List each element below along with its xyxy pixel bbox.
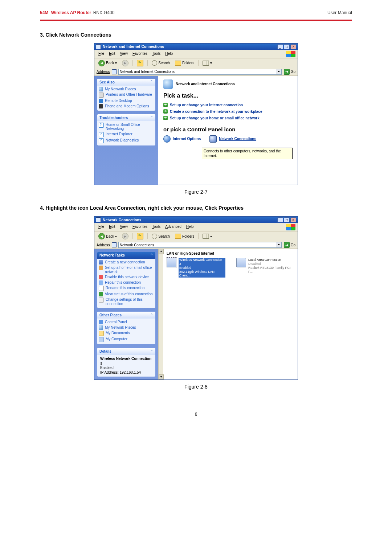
other-places-item[interactable]: My Documents <box>99 331 154 336</box>
forward-button[interactable]: ► <box>120 232 130 240</box>
task-item[interactable]: ➜Set up or change your Internet connecti… <box>163 103 293 107</box>
menu-help[interactable]: Help <box>184 224 196 230</box>
network-task-item[interactable]: Change settings of this connection <box>99 297 154 306</box>
see-also-item[interactable]: Remote Desktop <box>99 99 154 103</box>
troubleshooters-header[interactable]: Troubleshooters⌃ <box>97 114 155 121</box>
details-status: Enabled <box>100 366 152 370</box>
connection-name: Local Area Connection <box>248 258 294 262</box>
menu-view[interactable]: View <box>118 224 130 230</box>
printer-icon <box>99 93 104 98</box>
menu-edit[interactable]: Edit <box>107 224 117 230</box>
close-button[interactable]: × <box>290 217 296 222</box>
menu-edit[interactable]: Edit <box>107 51 117 57</box>
connection-item-selected[interactable]: Wireless Network Connection 3 Enabled 80… <box>167 258 225 278</box>
network-task-item[interactable]: Create a new connection <box>99 260 154 264</box>
maximize-button[interactable]: □ <box>284 44 290 49</box>
my-computer-icon <box>99 337 104 342</box>
close-button[interactable]: × <box>290 44 296 49</box>
chevron-up-icon: ⌃ <box>150 313 153 317</box>
chevron-down-icon: ▾ <box>115 61 117 65</box>
menu-tools[interactable]: Tools <box>150 51 162 57</box>
window-title: Network and Internet Connections <box>103 44 164 49</box>
up-button[interactable] <box>135 59 145 67</box>
product-a: 54M <box>40 10 48 15</box>
see-also-item[interactable]: My Network Places <box>99 87 154 91</box>
task-arrow-icon: ➜ <box>163 109 168 114</box>
search-button[interactable]: Search <box>150 59 172 66</box>
title-bar[interactable]: Network Connections _ □ × <box>94 217 298 223</box>
go-button[interactable]: ➜Go <box>284 69 295 75</box>
wireless-connection-icon <box>167 258 176 267</box>
back-button[interactable]: ◄Back ▾ <box>97 232 119 240</box>
other-places-item[interactable]: Control Panel <box>99 320 154 324</box>
network-task-item[interactable]: Rename this connection <box>99 286 154 291</box>
folders-button[interactable]: Folders <box>173 233 196 239</box>
side-panel: See Also⌃ My Network Places Printers and… <box>94 76 158 185</box>
connection-item[interactable]: Local Area Connection Disabled Realtek R… <box>236 258 294 278</box>
task-item[interactable]: ➜Set up or change your home or small off… <box>163 116 293 120</box>
category-title: Network and Internet Connections <box>176 82 235 86</box>
folders-button[interactable]: Folders <box>173 60 196 66</box>
up-button[interactable] <box>135 232 145 240</box>
views-button[interactable]: ▾ <box>201 233 214 239</box>
network-task-item[interactable]: View status of this connection <box>99 292 154 296</box>
network-tasks-header[interactable]: Network Tasks⌃ <box>97 252 155 259</box>
address-input[interactable] <box>118 242 276 248</box>
address-input[interactable] <box>118 69 276 75</box>
other-places-header[interactable]: Other Places⌃ <box>97 312 155 319</box>
address-dropdown[interactable] <box>276 69 282 75</box>
minimize-button[interactable]: _ <box>277 44 283 49</box>
menu-view[interactable]: View <box>118 51 130 57</box>
folder-icon <box>175 234 181 239</box>
other-places-item[interactable]: My Computer <box>99 337 154 342</box>
address-dropdown[interactable] <box>276 242 282 248</box>
troubleshooters-item[interactable]: Network Diagnostics <box>99 138 154 143</box>
connections-view: LAN or High-Speed Internet Wireless Netw… <box>163 249 298 379</box>
menu-advanced[interactable]: Advanced <box>163 224 183 230</box>
scrollbar[interactable]: ▲ ▼ <box>158 249 163 379</box>
task-arrow-icon: ➜ <box>163 103 168 107</box>
troubleshooters-panel: Troubleshooters⌃ Home or Small Office Ne… <box>97 114 155 145</box>
views-button[interactable]: ▾ <box>201 60 214 66</box>
task-item[interactable]: ➜Create a connection to the network at y… <box>163 109 293 114</box>
status-tooltip: Connects to other computers, networks, a… <box>202 148 293 159</box>
see-also-item[interactable]: Phone and Modem Options <box>99 104 154 108</box>
internet-options-item[interactable]: Internet Options <box>163 135 201 143</box>
menu-tools[interactable]: Tools <box>150 224 162 230</box>
wizard-icon <box>99 266 103 270</box>
network-task-item[interactable]: Disable this network device <box>99 275 154 279</box>
search-button[interactable]: Search <box>150 233 172 240</box>
network-task-item[interactable]: Set up a home or small office network <box>99 266 154 274</box>
connection-status: Disabled <box>248 262 294 266</box>
menu-favorites[interactable]: Favorites <box>131 51 149 57</box>
page-number: 6 <box>40 412 352 418</box>
scroll-down-button[interactable]: ▼ <box>159 374 164 379</box>
control-panel-icon <box>99 320 103 324</box>
title-bar[interactable]: Network and Internet Connections _ □ × <box>94 44 298 50</box>
see-also-header[interactable]: See Also⌃ <box>97 79 155 86</box>
other-places-panel: Other Places⌃ Control Panel My Network P… <box>97 312 155 344</box>
menu-file[interactable]: File <box>97 51 106 57</box>
connection-device: 802.11g/b Wireless LAN Client... <box>179 270 225 278</box>
other-places-item[interactable]: My Network Places <box>99 325 154 330</box>
troubleshooters-item[interactable]: Home or Small Office Networking <box>99 123 154 131</box>
see-also-item[interactable]: Printers and Other Hardware <box>99 93 154 98</box>
menu-favorites[interactable]: Favorites <box>131 224 149 230</box>
group-header: LAN or High-Speed Internet <box>167 251 294 256</box>
menu-help[interactable]: Help <box>163 51 175 57</box>
status-icon <box>99 292 103 296</box>
menu-file[interactable]: File <box>97 224 106 230</box>
go-button[interactable]: ➜Go <box>284 242 295 248</box>
back-button[interactable]: ◄Back ▾ <box>97 59 119 67</box>
scroll-up-button[interactable]: ▲ <box>159 249 164 254</box>
minimize-button[interactable]: _ <box>277 217 283 222</box>
network-task-item[interactable]: Repair this connection <box>99 280 154 285</box>
details-header[interactable]: Details⌃ <box>97 348 155 355</box>
forward-button[interactable]: ► <box>120 59 130 67</box>
maximize-button[interactable]: □ <box>284 217 290 222</box>
troubleshooters-item[interactable]: Internet Explorer <box>99 132 154 137</box>
network-connections-item[interactable]: Network Connections <box>209 135 256 143</box>
go-icon: ➜ <box>284 242 290 248</box>
address-label: Address <box>97 69 110 74</box>
forward-arrow-icon: ► <box>122 233 128 239</box>
